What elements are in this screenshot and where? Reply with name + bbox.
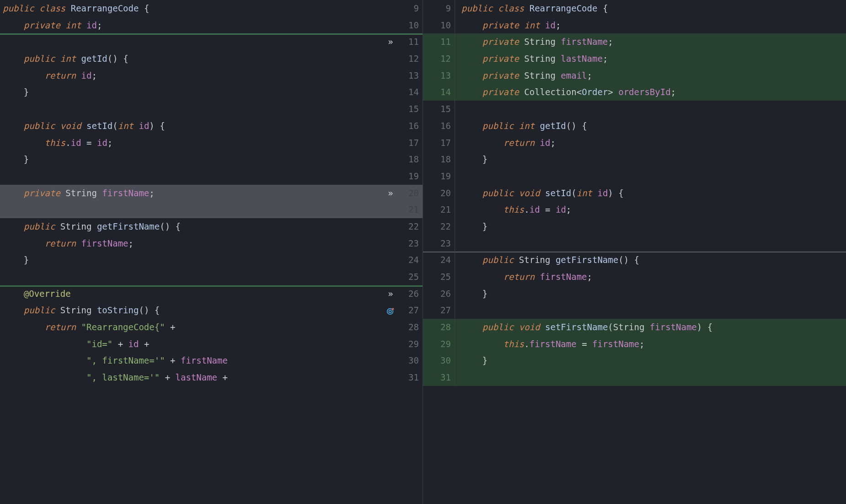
line-number-left[interactable]: 27: [397, 302, 423, 319]
line-number-right[interactable]: 12: [423, 50, 455, 67]
code-line-left[interactable]: ", firstName='" + firstName30: [0, 352, 423, 369]
code-line-right[interactable]: 15: [423, 101, 846, 118]
code-line-right[interactable]: 30 }: [423, 352, 846, 369]
line-number-left[interactable]: 21: [397, 201, 423, 218]
code-line-right[interactable]: 10 private int id;: [423, 17, 846, 34]
code-line-right[interactable]: 22 }: [423, 218, 846, 235]
code-line-right[interactable]: 19: [423, 168, 846, 185]
diff-left-pane[interactable]: public class RearrangeCode {9 private in…: [0, 0, 423, 504]
line-number-right[interactable]: 19: [423, 168, 455, 185]
code-line-left[interactable]: »11: [0, 33, 423, 50]
code-line-left[interactable]: public int getId() {12: [0, 50, 423, 67]
line-number-right[interactable]: 29: [423, 336, 455, 353]
diff-right-pane[interactable]: 9public class RearrangeCode {10 private …: [423, 0, 846, 504]
code-line-left[interactable]: 19: [0, 168, 423, 185]
line-number-left[interactable]: 30: [397, 352, 423, 369]
line-number-right[interactable]: 14: [423, 84, 455, 101]
line-number-left[interactable]: 14: [397, 84, 423, 101]
line-number-right[interactable]: 18: [423, 151, 455, 168]
code-line-left[interactable]: "id=" + id +29: [0, 336, 423, 353]
line-number-left[interactable]: 15: [397, 101, 423, 118]
line-number-right[interactable]: 21: [423, 201, 455, 218]
code-line-right[interactable]: 25 return firstName;: [423, 268, 846, 285]
line-number-right[interactable]: 25: [423, 268, 455, 285]
line-number-right[interactable]: 24: [423, 252, 455, 268]
code-line-right[interactable]: 18 }: [423, 151, 846, 168]
line-number-left[interactable]: 22: [397, 218, 423, 235]
line-number-left[interactable]: 9: [397, 0, 423, 17]
code-line-left[interactable]: public String getFirstName() {22: [0, 218, 423, 235]
line-number-left[interactable]: 12: [397, 50, 423, 67]
line-number-left[interactable]: 13: [397, 67, 423, 84]
chevron-right-icon[interactable]: »: [384, 285, 397, 302]
code-line-right[interactable]: 21 this.id = id;: [423, 201, 846, 218]
line-number-right[interactable]: 13: [423, 67, 455, 84]
code-line-right[interactable]: 23: [423, 235, 846, 252]
chevron-right-icon[interactable]: »: [384, 33, 397, 50]
code-line-left[interactable]: ", lastName='" + lastName +31: [0, 369, 423, 386]
code-line-right[interactable]: 11 private String firstName;: [423, 33, 846, 50]
code-line-left[interactable]: return firstName;23: [0, 235, 423, 252]
code-text: }: [461, 285, 487, 302]
line-number-right[interactable]: 9: [423, 0, 455, 17]
code-line-left[interactable]: this.id = id;17: [0, 134, 423, 151]
code-line-left[interactable]: }18: [0, 151, 423, 168]
line-number-left[interactable]: 10: [397, 17, 423, 34]
line-number-right[interactable]: 30: [423, 352, 455, 369]
line-number-right[interactable]: 23: [423, 235, 455, 252]
chevron-right-icon[interactable]: »: [384, 185, 397, 202]
line-number-right[interactable]: 31: [423, 369, 455, 386]
run-target-icon[interactable]: [384, 302, 397, 319]
code-line-left[interactable]: return id;13: [0, 67, 423, 84]
code-text: }: [0, 84, 29, 101]
line-number-left[interactable]: 16: [397, 118, 423, 134]
line-number-left[interactable]: 31: [397, 369, 423, 386]
line-number-right[interactable]: 26: [423, 285, 455, 302]
line-number-right[interactable]: 10: [423, 17, 455, 34]
code-line-right[interactable]: 12 private String lastName;: [423, 50, 846, 67]
line-number-left[interactable]: 24: [397, 252, 423, 268]
code-line-right[interactable]: 31: [423, 369, 846, 386]
code-line-left[interactable]: private int id;10: [0, 17, 423, 34]
line-number-right[interactable]: 27: [423, 302, 455, 319]
line-number-left[interactable]: 20: [397, 185, 423, 202]
line-number-left[interactable]: 29: [397, 336, 423, 353]
code-line-left[interactable]: public void setId(int id) {16: [0, 118, 423, 134]
line-number-left[interactable]: 18: [397, 151, 423, 168]
code-line-left[interactable]: private String firstName;»20: [0, 185, 423, 202]
line-number-left[interactable]: 17: [397, 134, 423, 151]
code-line-left[interactable]: }24: [0, 252, 423, 268]
code-line-right[interactable]: 24 public String getFirstName() {: [423, 252, 846, 268]
code-line-right[interactable]: 28 public void setFirstName(String first…: [423, 319, 846, 336]
line-number-right[interactable]: 15: [423, 101, 455, 118]
line-number-left[interactable]: 19: [397, 168, 423, 185]
code-line-right[interactable]: 29 this.firstName = firstName;: [423, 336, 846, 353]
code-line-left[interactable]: 25: [0, 268, 423, 285]
code-line-left[interactable]: 21: [0, 201, 423, 218]
line-number-right[interactable]: 22: [423, 218, 455, 235]
code-line-left[interactable]: }14: [0, 84, 423, 101]
line-number-right[interactable]: 16: [423, 118, 455, 134]
line-number-right[interactable]: 17: [423, 134, 455, 151]
line-number-left[interactable]: 28: [397, 319, 423, 336]
line-number-right[interactable]: 11: [423, 33, 455, 50]
code-line-right[interactable]: 16 public int getId() {: [423, 118, 846, 134]
line-number-left[interactable]: 11: [397, 33, 423, 50]
code-line-left[interactable]: 15: [0, 101, 423, 118]
line-number-left[interactable]: 23: [397, 235, 423, 252]
code-line-right[interactable]: 20 public void setId(int id) {: [423, 185, 846, 202]
line-number-right[interactable]: 20: [423, 185, 455, 202]
code-line-right[interactable]: 14 private Collection<Order> ordersById;: [423, 84, 846, 101]
line-number-left[interactable]: 26: [397, 285, 423, 302]
code-line-right[interactable]: 9public class RearrangeCode {: [423, 0, 846, 17]
code-line-left[interactable]: @Override»26: [0, 285, 423, 302]
code-line-left[interactable]: public String toString() {27: [0, 302, 423, 319]
code-line-right[interactable]: 17 return id;: [423, 134, 846, 151]
code-line-left[interactable]: return "RearrangeCode{" +28: [0, 319, 423, 336]
line-number-left[interactable]: 25: [397, 268, 423, 285]
code-line-right[interactable]: 26 }: [423, 285, 846, 302]
code-line-left[interactable]: public class RearrangeCode {9: [0, 0, 423, 17]
code-line-right[interactable]: 27: [423, 302, 846, 319]
code-line-right[interactable]: 13 private String email;: [423, 67, 846, 84]
line-number-right[interactable]: 28: [423, 319, 455, 336]
